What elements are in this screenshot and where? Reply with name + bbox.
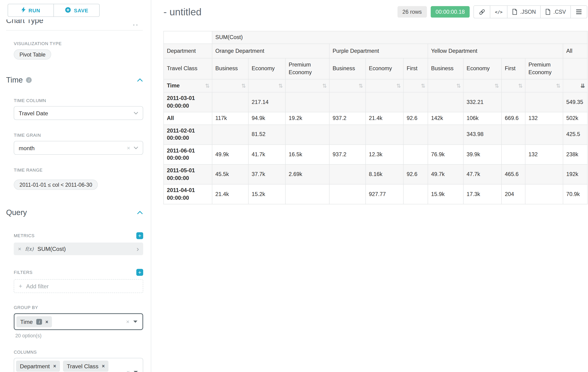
sort-header-cell[interactable]: ⇅ — [285, 79, 329, 92]
time-range-chip[interactable]: 2011-01-01 ≤ col < 2011-06-30 — [14, 180, 98, 190]
remove-metric-icon[interactable]: × — [18, 245, 21, 252]
visualization-type-value: Pivot Table — [20, 51, 46, 57]
view-query-button[interactable]: </> — [490, 5, 507, 18]
sort-header-cell[interactable]: ⇅ — [502, 79, 525, 92]
value-cell: 92.6 — [403, 164, 428, 184]
row-label-cell: 2011-05-01 00:00:00 — [164, 164, 212, 184]
remove-chip-icon[interactable]: × — [102, 363, 105, 369]
export-csv-label: .CSV — [553, 9, 566, 15]
time-column-label: TIME COLUMN — [14, 98, 143, 103]
sort-header-cell[interactable]: ⇅ — [366, 79, 403, 92]
value-cell — [525, 125, 563, 145]
department-group-header: Orange Department — [212, 44, 329, 58]
sort-icon[interactable]: ⇅ — [397, 82, 401, 89]
value-cell: 15.2k — [248, 184, 285, 204]
sort-icon[interactable]: ⇅ — [242, 82, 246, 89]
value-cell: 49.7k — [428, 164, 463, 184]
visualization-type-control: VISUALIZATION TYPE Pivot Table — [14, 41, 143, 60]
row-label-cell: All — [164, 112, 212, 124]
chevron-down-icon[interactable] — [134, 147, 138, 149]
sort-icon[interactable]: ⇅ — [556, 82, 560, 89]
metric-chip[interactable]: × f(x) SUM(Cost) › — [14, 243, 143, 255]
columns-chip-department[interactable]: Department × — [16, 361, 60, 372]
department-group-header: Yellow Department — [428, 44, 563, 58]
sort-icon[interactable]: ⇅ — [322, 82, 327, 89]
export-json-button[interactable]: .JSON — [507, 5, 541, 18]
value-cell: 117k — [212, 112, 248, 124]
sort-header-cell[interactable]: ⇅ — [463, 79, 502, 92]
caret-down-icon[interactable] — [134, 371, 138, 372]
time-sort-header[interactable]: Time ⇅ — [164, 79, 212, 92]
value-cell: 549.35 — [563, 92, 587, 112]
clear-all-icon[interactable]: × — [126, 318, 129, 325]
value-cell: 204 — [502, 184, 525, 204]
group-by-option-count: 20 option(s) — [15, 333, 143, 339]
sort-header-cell[interactable]: ⇅ — [212, 79, 248, 92]
sort-header-cell[interactable]: ⇅ — [329, 79, 366, 92]
group-by-label: GROUP BY — [14, 305, 143, 310]
value-cell: 106k — [463, 112, 502, 124]
remove-chip-icon[interactable]: × — [45, 319, 48, 325]
sort-icon[interactable]: ⇅ — [421, 82, 425, 89]
clear-icon[interactable]: × — [127, 145, 130, 151]
chevron-right-icon[interactable]: › — [137, 245, 139, 253]
chip-label: Time — [20, 318, 33, 325]
sort-header-cell[interactable]: ⇊ — [563, 79, 587, 92]
file-icon — [512, 9, 517, 15]
sort-icon[interactable]: ⇅ — [359, 82, 363, 89]
metric-header-row: SUM(Cost) — [164, 31, 588, 44]
menu-button[interactable] — [570, 5, 587, 18]
sort-header-cell[interactable]: ⇅ — [403, 79, 428, 92]
columns-chip-travel-class[interactable]: Travel Class × — [63, 361, 108, 372]
sort-icon[interactable]: ⇅ — [494, 82, 499, 89]
time-section-collapse[interactable] — [137, 78, 143, 82]
sort-icon[interactable]: ⇅ — [518, 82, 523, 89]
sort-icon[interactable]: ⇅ — [205, 82, 210, 89]
visualization-type-chip[interactable]: Pivot Table — [14, 49, 51, 60]
collapse-dots-icon — [133, 24, 137, 26]
value-cell — [502, 92, 525, 112]
travel-class-header: Premium Economy — [285, 58, 329, 79]
value-cell: 132 — [525, 112, 563, 124]
value-cell: 76.9k — [428, 145, 463, 165]
remove-chip-icon[interactable]: × — [53, 363, 56, 369]
divider — [6, 30, 143, 31]
metrics-label: METRICS — [14, 234, 35, 238]
link-icon — [479, 9, 485, 15]
sort-icon[interactable]: ⇅ — [278, 82, 283, 89]
sort-header-cell[interactable]: ⇅ — [248, 79, 285, 92]
time-grain-select[interactable]: month × — [14, 141, 143, 155]
clear-all-icon[interactable]: × — [126, 369, 130, 372]
group-by-chip-time[interactable]: Time i × — [17, 316, 52, 327]
group-by-select[interactable]: Time i × × — [14, 313, 143, 330]
sort-header-cell[interactable]: ⇅ — [428, 79, 463, 92]
department-group-header: Purple Department — [329, 44, 428, 58]
sort-icon[interactable]: ⇅ — [456, 82, 461, 89]
add-metric-button[interactable]: + — [136, 232, 143, 239]
columns-select[interactable]: Department × Travel Class × × — [14, 358, 143, 372]
value-cell — [403, 184, 428, 204]
query-section-title: Query — [6, 208, 27, 217]
export-csv-button[interactable]: .CSV — [540, 5, 571, 18]
sort-header-cell[interactable]: ⇅ — [525, 79, 563, 92]
chart-type-section-clipped: Chart Type — [6, 20, 143, 27]
travel-class-header: Economy — [248, 58, 285, 79]
save-button[interactable]: SAVE — [53, 4, 100, 17]
value-cell: 41.7k — [248, 145, 285, 165]
copy-link-button[interactable] — [474, 5, 490, 18]
add-filter-button[interactable]: + — [136, 269, 143, 276]
caret-down-icon[interactable] — [133, 320, 137, 323]
chevron-down-icon[interactable] — [134, 112, 138, 115]
run-button[interactable]: RUN — [8, 4, 54, 17]
sort-header-row: Time ⇅ ⇅⇅⇅⇅⇅⇅⇅⇅⇅⇅⇊ — [164, 79, 588, 92]
value-cell — [285, 184, 329, 204]
columns-label: COLUMNS — [14, 350, 143, 355]
sort-desc-icon[interactable]: ⇊ — [581, 82, 585, 89]
add-filter-dropzone[interactable]: + Add filter — [14, 279, 143, 293]
query-section-collapse[interactable] — [137, 211, 143, 214]
value-cell — [502, 125, 525, 145]
group-by-control: GROUP BY Time i × × 20 option(s) — [14, 305, 143, 339]
row-label-cell: 2011-02-01 00:00:00 — [164, 125, 212, 145]
value-cell — [366, 125, 403, 145]
time-column-select[interactable]: Travel Date — [14, 106, 143, 120]
